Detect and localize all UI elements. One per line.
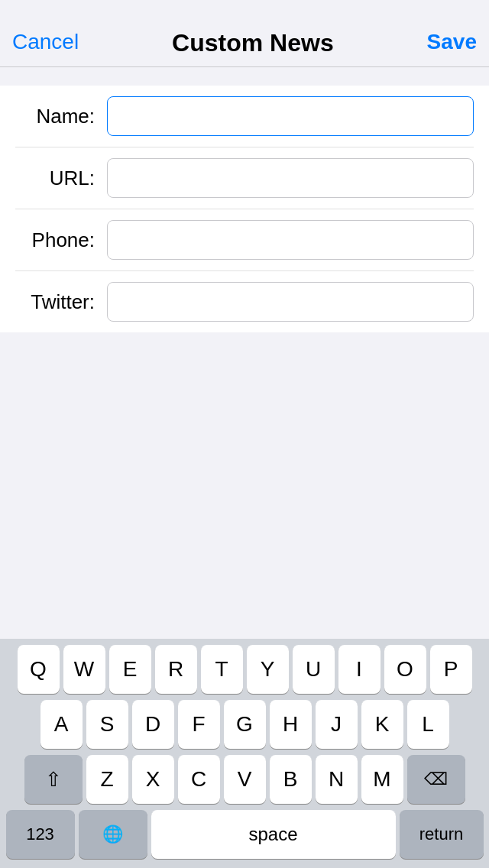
keyboard: Q W E R T Y U I O P A S D F G H J K L ⇧ … xyxy=(0,639,489,868)
phone-row: Phone: xyxy=(15,209,474,271)
twitter-label: Twitter: xyxy=(15,290,107,314)
delete-key[interactable]: ⌫ xyxy=(407,755,465,804)
key-h[interactable]: H xyxy=(270,700,312,749)
key-u[interactable]: U xyxy=(293,645,335,694)
globe-icon: 🌐 xyxy=(102,824,123,844)
phone-label: Phone: xyxy=(15,228,107,252)
page-title: Custom News xyxy=(172,29,334,57)
delete-icon: ⌫ xyxy=(424,769,448,789)
key-v[interactable]: V xyxy=(224,755,266,804)
url-row: URL: xyxy=(15,147,474,209)
key-o[interactable]: O xyxy=(384,645,426,694)
key-f[interactable]: F xyxy=(178,700,220,749)
key-t[interactable]: T xyxy=(201,645,243,694)
name-input[interactable] xyxy=(107,96,474,136)
key-d[interactable]: D xyxy=(132,700,174,749)
key-x[interactable]: X xyxy=(132,755,174,804)
key-r[interactable]: R xyxy=(155,645,197,694)
key-e[interactable]: E xyxy=(109,645,151,694)
form-container: Name: URL: Phone: Twitter: xyxy=(0,86,489,332)
shift-icon: ⇧ xyxy=(45,768,62,792)
shift-key[interactable]: ⇧ xyxy=(24,755,83,804)
key-m[interactable]: M xyxy=(361,755,403,804)
twitter-row: Twitter: xyxy=(15,271,474,332)
key-q[interactable]: Q xyxy=(18,645,60,694)
key-l[interactable]: L xyxy=(407,700,449,749)
cancel-button[interactable]: Cancel xyxy=(12,27,79,57)
twitter-input[interactable] xyxy=(107,282,474,322)
return-key[interactable]: return xyxy=(400,810,484,859)
keyboard-row-1: Q W E R T Y U I O P xyxy=(3,645,486,694)
phone-input[interactable] xyxy=(107,220,474,260)
keyboard-row-2: A S D F G H J K L xyxy=(3,700,486,749)
key-k[interactable]: K xyxy=(361,700,403,749)
navigation-bar: Cancel Custom News Save xyxy=(0,0,489,67)
space-key[interactable]: space xyxy=(151,810,396,859)
key-c[interactable]: C xyxy=(178,755,220,804)
key-b[interactable]: B xyxy=(270,755,312,804)
key-p[interactable]: P xyxy=(430,645,472,694)
key-y[interactable]: Y xyxy=(247,645,289,694)
globe-key[interactable]: 🌐 xyxy=(79,810,147,859)
key-n[interactable]: N xyxy=(316,755,358,804)
key-j[interactable]: J xyxy=(316,700,358,749)
key-g[interactable]: G xyxy=(224,700,266,749)
url-label: URL: xyxy=(15,167,107,190)
keyboard-row-4: 123 🌐 space return xyxy=(3,810,486,859)
save-button[interactable]: Save xyxy=(427,27,477,57)
key-s[interactable]: S xyxy=(86,700,128,749)
name-row: Name: xyxy=(15,86,474,147)
keyboard-row-3: ⇧ Z X C V B N M ⌫ xyxy=(3,755,486,804)
name-label: Name: xyxy=(15,105,107,128)
key-w[interactable]: W xyxy=(63,645,105,694)
numbers-key[interactable]: 123 xyxy=(6,810,75,859)
key-i[interactable]: I xyxy=(338,645,381,694)
key-z[interactable]: Z xyxy=(86,755,128,804)
url-input[interactable] xyxy=(107,158,474,198)
key-a[interactable]: A xyxy=(40,700,83,749)
